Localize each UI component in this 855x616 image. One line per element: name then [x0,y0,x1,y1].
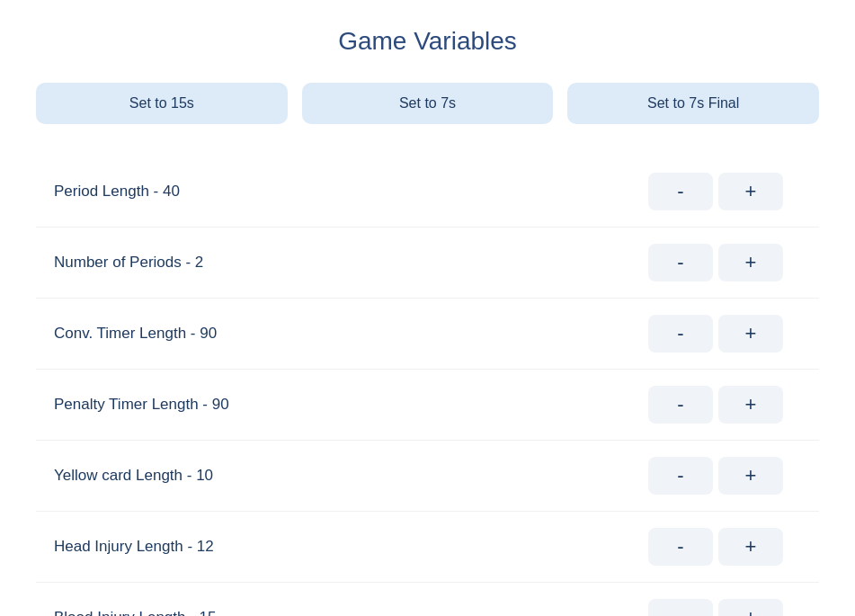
stepper-conv-timer-length: -+ [648,315,783,353]
variables-list: Period Length - 40-+Number of Periods - … [36,156,819,616]
variable-label-head-injury-length: Head Injury Length - 12 [36,538,648,556]
variable-row-yellow-card-length: Yellow card Length - 10-+ [36,441,819,512]
increment-button-yellow-card-length[interactable]: + [718,457,783,495]
preset-button-set-7s-final[interactable]: Set to 7s Final [567,83,819,124]
variable-label-number-of-periods: Number of Periods - 2 [36,254,648,272]
variable-row-head-injury-length: Head Injury Length - 12-+ [36,512,819,583]
variable-row-period-length: Period Length - 40-+ [36,156,819,228]
decrement-button-period-length[interactable]: - [648,173,713,210]
variable-label-blood-injury-length: Blood Injury Length - 15 [36,609,648,616]
decrement-button-head-injury-length[interactable]: - [648,528,713,566]
variable-label-yellow-card-length: Yellow card Length - 10 [36,467,648,485]
variable-label-conv-timer-length: Conv. Timer Length - 90 [36,325,648,343]
decrement-button-penalty-timer-length[interactable]: - [648,386,713,424]
stepper-yellow-card-length: -+ [648,457,783,495]
decrement-button-blood-injury-length[interactable]: - [648,599,713,616]
variable-row-penalty-timer-length: Penalty Timer Length - 90-+ [36,370,819,441]
increment-button-conv-timer-length[interactable]: + [718,315,783,353]
variable-row-conv-timer-length: Conv. Timer Length - 90-+ [36,299,819,370]
preset-buttons-container: Set to 15sSet to 7sSet to 7s Final [36,83,819,124]
increment-button-head-injury-length[interactable]: + [718,528,783,566]
variable-label-period-length: Period Length - 40 [36,183,648,201]
decrement-button-conv-timer-length[interactable]: - [648,315,713,353]
variable-row-number-of-periods: Number of Periods - 2-+ [36,228,819,299]
stepper-head-injury-length: -+ [648,528,783,566]
variable-row-blood-injury-length: Blood Injury Length - 15-+ [36,583,819,616]
decrement-button-number-of-periods[interactable]: - [648,244,713,281]
stepper-blood-injury-length: -+ [648,599,783,616]
stepper-number-of-periods: -+ [648,244,783,281]
increment-button-period-length[interactable]: + [718,173,783,210]
preset-button-set-15s[interactable]: Set to 15s [36,83,288,124]
increment-button-number-of-periods[interactable]: + [718,244,783,281]
preset-button-set-7s[interactable]: Set to 7s [302,83,554,124]
decrement-button-yellow-card-length[interactable]: - [648,457,713,495]
increment-button-blood-injury-length[interactable]: + [718,599,783,616]
page-title: Game Variables [36,27,819,56]
increment-button-penalty-timer-length[interactable]: + [718,386,783,424]
variable-label-penalty-timer-length: Penalty Timer Length - 90 [36,396,648,414]
stepper-period-length: -+ [648,173,783,210]
stepper-penalty-timer-length: -+ [648,386,783,424]
